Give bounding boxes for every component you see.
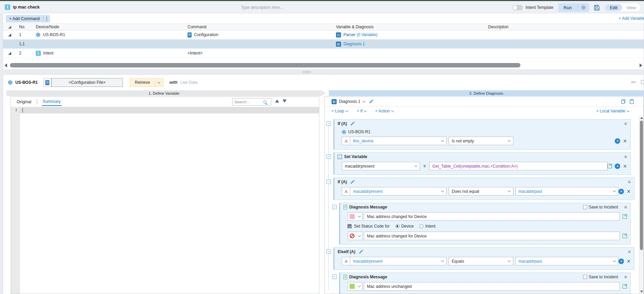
add-variable-link[interactable]: + Add Variable bbox=[618, 16, 644, 21]
collapse-icon[interactable]: − bbox=[332, 205, 337, 209]
scroll-left-button[interactable] bbox=[3, 63, 9, 67]
add-loop-button[interactable]: + Loop bbox=[332, 109, 348, 113]
condition-value-select[interactable]: macaddrpast bbox=[515, 187, 618, 196]
condition-variable-select[interactable]: macaddrpresent bbox=[350, 257, 447, 265]
menu-icon[interactable]: ≡ bbox=[624, 275, 627, 279]
retrieve-dropdown[interactable] bbox=[155, 78, 163, 87]
run-button[interactable]: Run bbox=[558, 5, 577, 10]
chevron-down-icon[interactable] bbox=[44, 16, 50, 21]
add-local-variable-button[interactable]: + Local Variable bbox=[596, 109, 629, 113]
set-variable-name-select[interactable]: macaddrpresent bbox=[342, 162, 420, 170]
save-to-incident-checkbox[interactable] bbox=[583, 275, 587, 279]
severity-color-select[interactable] bbox=[348, 282, 363, 291]
scroll-up-button[interactable] bbox=[640, 117, 643, 119]
remove-statement-button[interactable]: ✕ bbox=[623, 164, 627, 169]
scroll-right-button[interactable] bbox=[638, 63, 644, 67]
collapse-icon[interactable]: − bbox=[326, 249, 331, 254]
set-status-code-checkbox[interactable] bbox=[348, 224, 352, 228]
horizontal-scrollbar[interactable] bbox=[3, 62, 644, 68]
tab-summary[interactable]: Summary bbox=[42, 98, 61, 106]
splitter-handle[interactable] bbox=[302, 71, 311, 73]
expand-toggle-icon[interactable] bbox=[8, 33, 11, 36]
expression-input[interactable] bbox=[429, 162, 608, 170]
configuration-file-select[interactable]: <Configuration File> bbox=[51, 78, 123, 87]
collapse-icon[interactable]: − bbox=[326, 154, 331, 159]
parser-link[interactable]: Parser bbox=[343, 32, 355, 37]
scrollbar-thumb[interactable] bbox=[10, 63, 520, 67]
edit-icon[interactable] bbox=[351, 122, 354, 126]
remove-condition-button[interactable]: ✕ bbox=[627, 189, 631, 194]
diagnosis-message-input[interactable] bbox=[364, 212, 620, 221]
add-command-label: + Add Command bbox=[6, 16, 43, 21]
remove-condition-button[interactable]: ✕ bbox=[623, 139, 627, 143]
remove-condition-button[interactable]: ✕ bbox=[627, 259, 631, 264]
add-action-button[interactable]: + Action bbox=[375, 109, 393, 113]
description-input[interactable]: Type description here... bbox=[191, 5, 334, 10]
condition-variable-select[interactable]: macaddrpresent bbox=[350, 187, 447, 196]
gear-icon[interactable] bbox=[578, 5, 589, 10]
device-radio[interactable] bbox=[396, 224, 400, 228]
collapse-all-icon[interactable] bbox=[8, 26, 11, 29]
menu-icon[interactable]: ≡ bbox=[624, 205, 627, 210]
vertical-scrollbar[interactable] bbox=[639, 116, 643, 294]
add-condition-button[interactable]: + bbox=[618, 189, 624, 194]
find-next-button[interactable] bbox=[283, 99, 287, 103]
edit-icon[interactable] bbox=[369, 100, 373, 104]
edit-icon[interactable] bbox=[351, 180, 354, 184]
table-row-selected[interactable]: 1.1 D Diagnosis 1 bbox=[3, 40, 644, 49]
add-statement-button[interactable]: + bbox=[615, 164, 620, 169]
retrieve-button[interactable]: Retrieve bbox=[130, 78, 155, 87]
menu-icon[interactable]: ≡ bbox=[628, 249, 631, 254]
intent-template-toggle[interactable] bbox=[513, 5, 523, 10]
menu-icon[interactable]: ≡ bbox=[624, 154, 627, 159]
chevron-down-icon[interactable] bbox=[362, 99, 365, 102]
save-icon[interactable] bbox=[594, 5, 600, 11]
open-message-editor-icon[interactable] bbox=[623, 284, 627, 289]
table-row[interactable]: 1 US-BOS-R1 Configuration (x) Parser (0 … bbox=[3, 30, 644, 40]
add-command-button[interactable]: + Add Command bbox=[6, 15, 50, 22]
panel-splitter[interactable] bbox=[0, 70, 644, 74]
collapse-icon[interactable]: − bbox=[326, 121, 331, 126]
condition-operator-select[interactable]: Does not equal bbox=[449, 187, 513, 196]
restore-icon[interactable] bbox=[641, 80, 644, 84]
condition-operator-select[interactable]: Equals bbox=[449, 257, 513, 265]
edit-icon[interactable] bbox=[359, 250, 363, 254]
paste-icon[interactable] bbox=[630, 99, 634, 104]
open-expression-editor-icon[interactable] bbox=[608, 164, 612, 168]
tab-original[interactable]: Original bbox=[16, 98, 32, 106]
scrollbar-thumb[interactable] bbox=[640, 121, 643, 250]
add-condition-button[interactable]: + bbox=[615, 138, 620, 144]
search-icon[interactable] bbox=[263, 100, 267, 104]
condition-variable-select[interactable]: this_device bbox=[350, 137, 447, 145]
status-message-input[interactable] bbox=[364, 232, 620, 240]
menu-icon[interactable]: ≡ bbox=[624, 121, 627, 126]
add-condition-button[interactable]: + bbox=[618, 259, 624, 264]
diagnosis-link[interactable]: Diagnosis 1 bbox=[343, 42, 365, 46]
diagnosis-message-input[interactable] bbox=[364, 282, 620, 291]
table-row[interactable]: 2 I Intent <Intent> bbox=[3, 49, 644, 58]
view-mode-button[interactable]: View bbox=[622, 4, 640, 11]
minimize-icon[interactable] bbox=[631, 82, 635, 82]
collapse-icon[interactable]: − bbox=[332, 275, 337, 279]
add-if-button[interactable]: + If bbox=[357, 109, 366, 113]
intent-radio[interactable] bbox=[419, 224, 423, 228]
open-message-editor-icon[interactable] bbox=[623, 234, 627, 238]
severity-color-select[interactable] bbox=[348, 212, 363, 221]
edit-mode-button[interactable]: Edit bbox=[605, 4, 622, 11]
find-previous-button[interactable] bbox=[275, 99, 279, 103]
scroll-down-button[interactable] bbox=[640, 291, 643, 293]
code-editor[interactable]: 1 bbox=[11, 107, 319, 294]
open-message-editor-icon[interactable] bbox=[623, 214, 627, 219]
condition-operator-select[interactable]: Is not empty bbox=[449, 137, 513, 145]
menu-icon[interactable]: ≡ bbox=[628, 180, 631, 184]
save-to-incident-checkbox[interactable] bbox=[583, 205, 587, 209]
condition-value-select[interactable]: macaddrpast bbox=[515, 257, 618, 265]
device-globe-icon bbox=[36, 32, 41, 37]
block-title: ElseIf (A) bbox=[338, 249, 355, 254]
parser-variable-count[interactable]: (0 Variable) bbox=[357, 32, 377, 37]
collapse-icon[interactable]: − bbox=[326, 180, 331, 184]
copy-icon[interactable] bbox=[621, 99, 626, 104]
expand-toggle-icon[interactable] bbox=[8, 52, 11, 55]
search-input[interactable] bbox=[234, 100, 263, 104]
status-code-select[interactable] bbox=[348, 232, 363, 240]
